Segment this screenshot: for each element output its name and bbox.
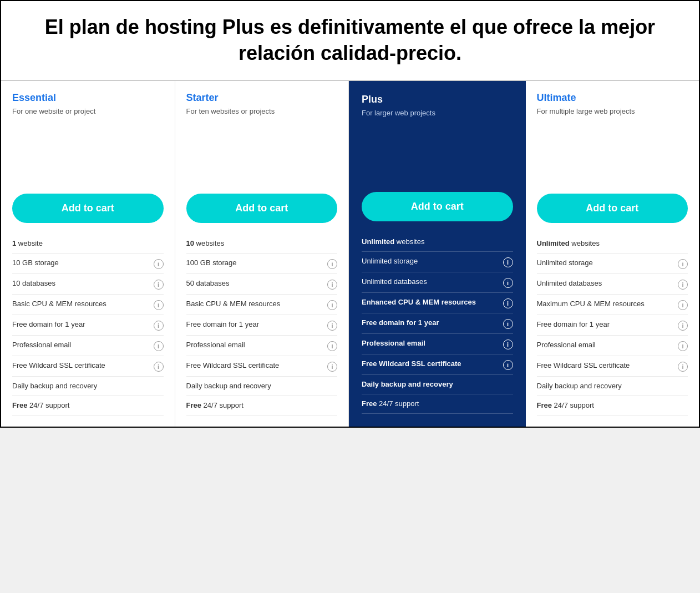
feature-text: Free domain for 1 year xyxy=(186,320,324,330)
features-list-essential: 1 website10 GB storagei10 databasesiBasi… xyxy=(12,234,164,416)
info-icon[interactable]: i xyxy=(503,278,513,288)
plan-desc-essential: For one website or project xyxy=(12,107,164,135)
feature-text: 10 databases xyxy=(12,278,150,288)
plan-name-ultimate: Ultimate xyxy=(537,92,688,104)
feature-text: Free domain for 1 year xyxy=(537,320,675,330)
info-icon[interactable]: i xyxy=(154,321,164,331)
list-item: Basic CPU & MEM resourcesi xyxy=(186,295,338,315)
feature-text: Free Wildcard SSL certificate xyxy=(537,361,675,371)
features-list-plus: Unlimited websitesUnlimited storageiUnli… xyxy=(362,232,513,414)
list-item: Daily backup and recovery xyxy=(186,377,338,396)
feature-text: Free 24/7 support xyxy=(12,401,164,410)
feature-text: Enhanced CPU & MEM resources xyxy=(362,297,500,307)
feature-text: Unlimited databases xyxy=(537,278,675,288)
feature-text: 10 GB storage xyxy=(12,258,150,268)
list-item: Free domain for 1 yeari xyxy=(12,315,164,336)
plan-name-plus: Plus xyxy=(362,94,513,105)
info-icon[interactable]: i xyxy=(503,257,513,267)
feature-text: Free 24/7 support xyxy=(537,401,688,410)
info-icon[interactable]: i xyxy=(327,259,337,269)
main-headline: El plan de hosting Plus es definitivamen… xyxy=(23,14,677,67)
list-item: Maximum CPU & MEM resourcesi xyxy=(537,295,688,315)
info-icon[interactable]: i xyxy=(327,321,337,331)
feature-text: 1 website xyxy=(12,239,164,249)
feature-text: Unlimited websites xyxy=(362,237,513,247)
add-to-cart-btn-ultimate[interactable]: Add to cart xyxy=(537,194,688,223)
feature-text: 10 websites xyxy=(186,239,338,249)
info-icon[interactable]: i xyxy=(678,321,688,331)
feature-text: 50 databases xyxy=(186,278,324,288)
list-item: Basic CPU & MEM resourcesi xyxy=(12,295,164,315)
list-item: Free 24/7 support xyxy=(362,394,513,414)
info-icon[interactable]: i xyxy=(678,362,688,372)
feature-text: Daily backup and recovery xyxy=(362,379,513,389)
list-item: 50 databasesi xyxy=(186,274,338,295)
headline-box: El plan de hosting Plus es definitivamen… xyxy=(1,1,699,81)
list-item: Unlimited storagei xyxy=(362,252,513,272)
list-item: 10 websites xyxy=(186,234,338,254)
info-icon[interactable]: i xyxy=(327,280,337,290)
info-icon[interactable]: i xyxy=(678,259,688,269)
info-icon[interactable]: i xyxy=(503,298,513,308)
feature-text: 100 GB storage xyxy=(186,258,324,268)
info-icon[interactable]: i xyxy=(503,360,513,370)
plan-desc-ultimate: For multiple large web projects xyxy=(537,107,688,135)
list-item: 100 GB storagei xyxy=(186,254,338,274)
feature-text: Daily backup and recovery xyxy=(537,381,688,391)
feature-text: Free Wildcard SSL certificate xyxy=(362,359,500,369)
list-item: Enhanced CPU & MEM resourcesi xyxy=(362,293,513,313)
info-icon[interactable]: i xyxy=(327,362,337,372)
list-item: Unlimited databasesi xyxy=(537,274,688,295)
feature-text: Professional email xyxy=(537,340,675,350)
feature-text: Professional email xyxy=(186,340,324,350)
list-item: Free 24/7 support xyxy=(537,396,688,415)
list-item: Professional emaili xyxy=(362,334,513,354)
info-icon[interactable]: i xyxy=(154,362,164,372)
info-icon[interactable]: i xyxy=(503,339,513,349)
feature-text: Free 24/7 support xyxy=(362,399,513,409)
info-icon[interactable]: i xyxy=(154,259,164,269)
list-item: Free domain for 1 yeari xyxy=(537,315,688,336)
feature-text: Unlimited storage xyxy=(362,256,500,266)
list-item: Daily backup and recovery xyxy=(537,377,688,396)
plans-container: EssentialFor one website or projectAdd t… xyxy=(1,81,699,427)
list-item: Unlimited websites xyxy=(537,234,688,254)
list-item: Unlimited websites xyxy=(362,232,513,252)
feature-text: Unlimited websites xyxy=(537,239,688,249)
plan-card-ultimate: UltimateFor multiple large web projectsA… xyxy=(526,81,699,427)
info-icon[interactable]: i xyxy=(678,300,688,310)
feature-text: Professional email xyxy=(12,340,150,350)
plan-desc-starter: For ten websites or projects xyxy=(186,107,338,135)
feature-text: Maximum CPU & MEM resources xyxy=(537,299,675,309)
feature-text: Free Wildcard SSL certificate xyxy=(186,361,324,371)
feature-text: Free 24/7 support xyxy=(186,401,338,410)
feature-text: Unlimited databases xyxy=(362,277,500,287)
list-item: Unlimited databasesi xyxy=(362,272,513,293)
info-icon[interactable]: i xyxy=(503,319,513,329)
feature-text: Basic CPU & MEM resources xyxy=(186,299,324,309)
list-item: Free Wildcard SSL certificatei xyxy=(12,356,164,377)
info-icon[interactable]: i xyxy=(327,341,337,351)
info-icon[interactable]: i xyxy=(154,341,164,351)
list-item: Free Wildcard SSL certificatei xyxy=(362,354,513,375)
list-item: 10 GB storagei xyxy=(12,254,164,274)
list-item: Professional emaili xyxy=(12,336,164,356)
feature-text: Professional email xyxy=(362,338,500,348)
info-icon[interactable]: i xyxy=(678,341,688,351)
feature-text: Daily backup and recovery xyxy=(186,381,338,391)
list-item: Daily backup and recovery xyxy=(12,377,164,396)
plan-name-starter: Starter xyxy=(186,92,338,104)
add-to-cart-btn-plus[interactable]: Add to cart xyxy=(362,192,513,221)
list-item: Free Wildcard SSL certificatei xyxy=(537,356,688,377)
feature-text: Free Wildcard SSL certificate xyxy=(12,361,150,371)
list-item: Free domain for 1 yeari xyxy=(362,313,513,334)
list-item: Unlimited storagei xyxy=(537,254,688,274)
info-icon[interactable]: i xyxy=(154,280,164,290)
add-to-cart-btn-starter[interactable]: Add to cart xyxy=(186,194,338,223)
info-icon[interactable]: i xyxy=(154,300,164,310)
feature-text: Unlimited storage xyxy=(537,258,675,268)
info-icon[interactable]: i xyxy=(678,280,688,290)
info-icon[interactable]: i xyxy=(327,300,337,310)
add-to-cart-btn-essential[interactable]: Add to cart xyxy=(12,194,164,223)
list-item: Free 24/7 support xyxy=(186,396,338,415)
